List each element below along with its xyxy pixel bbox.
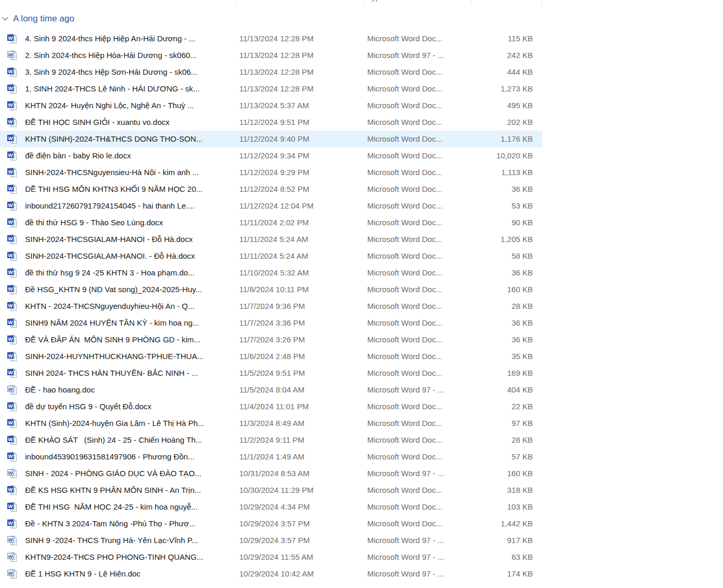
file-size: 160 KB bbox=[470, 281, 533, 298]
word-97-icon: W bbox=[7, 535, 18, 546]
file-row[interactable]: W ĐỀ - hao hoang.doc 11/5/2024 8:04 AM M… bbox=[0, 382, 542, 398]
word-docx-icon: W bbox=[7, 251, 18, 261]
file-row[interactable]: W ĐỀ 1 HSG KHTN 9 - Lê Hiên.doc 10/29/20… bbox=[0, 566, 542, 582]
word-docx-icon: W bbox=[7, 151, 18, 161]
file-row[interactable]: W SINH-2024-THCSNguyensieu-Hà Nội - kim … bbox=[0, 164, 542, 181]
column-header-size[interactable]: Size bbox=[471, 0, 542, 6]
file-size: 1,176 KB bbox=[470, 131, 533, 147]
file-list: W 4. Sinh 9 2024-thcs Hiệp Hiệp An-Hải D… bbox=[0, 30, 723, 582]
file-type: Microsoft Word 97 - ... bbox=[367, 382, 468, 398]
file-size: 22 KB bbox=[470, 398, 533, 415]
date-modified: 11/12/2024 12:04 PM bbox=[239, 198, 362, 214]
date-modified: 11/10/2024 5:32 AM bbox=[239, 264, 362, 281]
column-header-size-label: Size bbox=[475, 0, 490, 2]
file-size: 10,020 KB bbox=[470, 147, 533, 164]
date-modified: 11/7/2024 3:36 PM bbox=[239, 315, 362, 331]
file-type: Microsoft Word Doc... bbox=[367, 198, 468, 214]
svg-text:W: W bbox=[8, 68, 13, 74]
file-row[interactable]: W SINH-2024-THCSGIALAM-HANOI - Đỗ Hà.doc… bbox=[0, 231, 542, 248]
word-docx-icon: W bbox=[7, 485, 18, 495]
chevron-down-icon[interactable] bbox=[1, 15, 9, 23]
file-size: 174 KB bbox=[470, 566, 533, 582]
file-row-selected[interactable]: W KHTN (SINH)-2024-TH&THCS DONG THO-SON.… bbox=[0, 131, 542, 147]
column-header-date-modified[interactable]: Date modified bbox=[236, 0, 364, 6]
file-row[interactable]: W 2. Sinh 2024-thcs Hiệp Hòa-Hải Dương -… bbox=[0, 47, 542, 64]
date-modified: 11/12/2024 9:51 PM bbox=[239, 114, 362, 131]
date-modified: 11/13/2024 12:28 PM bbox=[239, 47, 362, 64]
file-name: đề dự tuyển HSG 9 - Quyết Đỗ.docx bbox=[25, 398, 230, 415]
file-name: 4. Sinh 9 2024-thcs Hiệp Hiệp An-Hải Dươ… bbox=[25, 30, 230, 47]
word-docx-icon: W bbox=[7, 100, 18, 111]
date-modified: 11/11/2024 5:24 AM bbox=[239, 248, 362, 264]
file-size: 318 KB bbox=[470, 482, 533, 499]
file-row[interactable]: W đề thi thử hsg 9 24 -25 KHTN 3 - Hoa p… bbox=[0, 264, 542, 281]
file-row[interactable]: W inbound2172607917924154045 - hai thanh… bbox=[0, 198, 542, 214]
file-name: SINH 2024- THCS HÀN THUYÊN- BẮC NINH - .… bbox=[25, 365, 230, 382]
file-row[interactable]: W Đề - KHTN 3 2024-Tam Nông -Phú Thọ - P… bbox=[0, 515, 542, 532]
file-row[interactable]: W 1. SINH 2024-THCS Lê Ninh - HẢI DƯƠNG … bbox=[0, 80, 542, 97]
date-modified: 11/2/2024 9:11 PM bbox=[239, 432, 362, 448]
file-row[interactable]: W inbound4539019631581497906 - Phương Đồ… bbox=[0, 448, 542, 465]
file-row[interactable]: W SINH-2024-HUYNHTHUCKHANG-TPHUE-THUA...… bbox=[0, 348, 542, 365]
file-name: ĐỀ THI HSG NĂM HỌC 24-25 - kim hoa nguyễ… bbox=[25, 499, 230, 515]
word-docx-icon: W bbox=[7, 268, 18, 278]
svg-text:W: W bbox=[8, 35, 13, 41]
word-docx-icon: W bbox=[7, 351, 18, 362]
word-docx-icon: W bbox=[7, 318, 18, 328]
file-size: 28 KB bbox=[470, 432, 533, 448]
file-row[interactable]: W ĐỀ KHẢO SÁT (Sinh) 24 - 25 - Chiến Hoà… bbox=[0, 432, 542, 448]
file-row[interactable]: W ĐỀ VÀ ĐÂP ÁN MÔN SINH 9 PHÒNG GD - kim… bbox=[0, 331, 542, 348]
column-header-name[interactable]: Name bbox=[0, 0, 236, 6]
date-modified: 11/12/2024 9:40 PM bbox=[239, 131, 362, 147]
group-header[interactable]: A long time ago bbox=[1, 12, 74, 26]
date-modified: 10/31/2024 8:53 AM bbox=[239, 465, 362, 482]
file-row[interactable]: W KHTN (Sinh)-2024-huyện Gia Lâm - Lê Th… bbox=[0, 415, 542, 432]
file-row[interactable]: W ĐỀ KS HSG KHTN 9 PHÂN MÔN SINH - An Tr… bbox=[0, 482, 542, 499]
group-header-label: A long time ago bbox=[13, 14, 74, 24]
date-modified: 11/13/2024 12:28 PM bbox=[239, 64, 362, 80]
file-type: Microsoft Word 97 - ... bbox=[367, 549, 468, 566]
file-name: inbound4539019631581497906 - Phương Đồn.… bbox=[25, 448, 230, 465]
file-row[interactable]: W KHTN - 2024-THCSNguyenduyhieu-Hội An -… bbox=[0, 298, 542, 315]
file-row[interactable]: W đề thi thử HSG 9 - Thào Seo Lùng.docx … bbox=[0, 214, 542, 231]
date-modified: 11/12/2024 9:29 PM bbox=[239, 164, 362, 181]
svg-text:W: W bbox=[8, 252, 13, 258]
file-name: ĐỀ 1 HSG KHTN 9 - Lê Hiên.doc bbox=[25, 566, 230, 582]
file-name: đề điện bàn - baby Rio le.docx bbox=[25, 147, 230, 164]
word-docx-icon: W bbox=[7, 33, 18, 44]
file-row[interactable]: W ĐỀ THI HỌC SINH GIỎI - xuantu vo.docx … bbox=[0, 114, 542, 131]
file-row[interactable]: W ĐỀ THI HSG NĂM HỌC 24-25 - kim hoa ngu… bbox=[0, 499, 542, 515]
file-size: 444 KB bbox=[470, 64, 533, 80]
file-size: 169 KB bbox=[470, 365, 533, 382]
file-row[interactable]: W 3. Sinh 9 2024-thcs Hệp Sơn-Hải Dương … bbox=[0, 64, 542, 80]
file-name: ĐỀ - hao hoang.doc bbox=[25, 382, 230, 398]
file-row[interactable]: W SINH 2024- THCS HÀN THUYÊN- BẮC NINH -… bbox=[0, 365, 542, 382]
file-size: 53 KB bbox=[470, 198, 533, 214]
file-name: ĐỀ KS HSG KHTN 9 PHÂN MÔN SINH - An Trịn… bbox=[25, 482, 230, 499]
file-size: 917 KB bbox=[470, 532, 533, 549]
file-row[interactable]: W SINH - 2024 - PHÒNG GIÁO DỤC VÀ ĐÀO TẠ… bbox=[0, 465, 542, 482]
file-row[interactable]: W đề điện bàn - baby Rio le.docx 11/12/2… bbox=[0, 147, 542, 164]
file-row[interactable]: W đề dự tuyển HSG 9 - Quyết Đỗ.docx 11/4… bbox=[0, 398, 542, 415]
file-name: Đề HSG_KHTN 9 (ND Vat song)_2024-2025-Hu… bbox=[25, 281, 230, 298]
file-size: 202 KB bbox=[470, 114, 533, 131]
date-modified: 10/29/2024 3:57 PM bbox=[239, 532, 362, 549]
word-docx-icon: W bbox=[7, 217, 18, 228]
file-row[interactable]: W KHTN 2024- Huyện Nghi Lộc, Nghệ An - T… bbox=[0, 97, 542, 114]
file-row[interactable]: W DỀ THI HSG MÔN KHTN3 KHỐI 9 NĂM HỌC 20… bbox=[0, 181, 542, 198]
svg-text:W: W bbox=[8, 420, 13, 425]
file-row[interactable]: W SINH 9 -2024- THCS Trung Hà- Yên Lạc-V… bbox=[0, 532, 542, 549]
file-row[interactable]: W KHTN9-2024-THCS PHO PHONG-TINH QUANG..… bbox=[0, 549, 542, 566]
file-type: Microsoft Word Doc... bbox=[367, 499, 468, 515]
word-docx-icon: W bbox=[7, 301, 18, 312]
file-row[interactable]: W SINH-2024-THCSGIALAM-HANOI. - Đỗ Hà.do… bbox=[0, 248, 542, 264]
svg-text:W: W bbox=[8, 319, 13, 325]
column-header-type[interactable]: Type bbox=[364, 0, 471, 6]
svg-text:W: W bbox=[8, 570, 14, 576]
svg-text:W: W bbox=[8, 370, 13, 375]
file-size: 36 KB bbox=[470, 264, 533, 281]
file-row[interactable]: W Đề HSG_KHTN 9 (ND Vat song)_2024-2025-… bbox=[0, 281, 542, 298]
file-row[interactable]: W SINH9 NĂM 2024 HUYỆN TÂN KỲ - kim hoa … bbox=[0, 315, 542, 331]
svg-text:W: W bbox=[8, 119, 13, 124]
file-row[interactable]: W 4. Sinh 9 2024-thcs Hiệp Hiệp An-Hải D… bbox=[0, 30, 542, 47]
